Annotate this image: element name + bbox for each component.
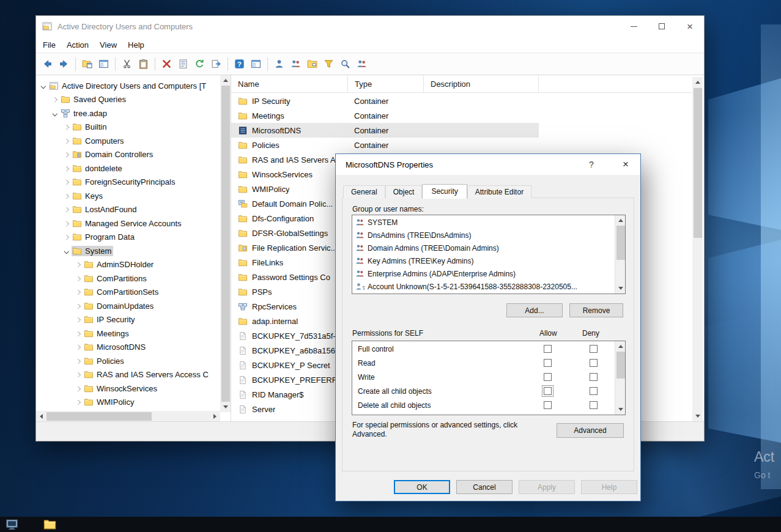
- list-vertical-scrollbar[interactable]: [692, 77, 703, 421]
- column-header-type[interactable]: Type: [348, 75, 424, 93]
- scroll-down-icon[interactable]: [692, 411, 703, 421]
- permissions-list[interactable]: Full controlReadWriteCreate all child ob…: [352, 341, 626, 415]
- expander-icon[interactable]: [73, 370, 83, 380]
- create-user-icon[interactable]: [271, 56, 287, 72]
- expander-icon[interactable]: [73, 397, 83, 407]
- tree-item-computers[interactable]: Computers: [36, 134, 220, 148]
- tree-item-foreignsecurityprincipals[interactable]: ForeignSecurityPrincipals: [36, 175, 220, 190]
- expander-icon[interactable]: [73, 260, 83, 270]
- scroll-up-icon[interactable]: [692, 77, 703, 87]
- group-item-enterprise-admins-adap-enterprise-admins[interactable]: Enterprise Admins (ADAP\Enterprise Admin…: [352, 267, 615, 280]
- dialog-help-button[interactable]: ?: [579, 154, 604, 175]
- scroll-down-icon[interactable]: [220, 402, 231, 412]
- tree-hscrollbar-thumb[interactable]: [46, 412, 152, 421]
- help-button[interactable]: Help: [581, 480, 637, 494]
- paste-icon[interactable]: [135, 56, 152, 72]
- apply-button[interactable]: Apply: [519, 480, 575, 494]
- menu-action[interactable]: Action: [61, 37, 94, 53]
- tab-general[interactable]: General: [343, 185, 385, 198]
- list-item-ip-security[interactable]: IP SecurityContainer: [231, 94, 692, 108]
- scroll-up-icon[interactable]: [220, 75, 231, 86]
- group-item-system[interactable]: SYSTEM: [352, 216, 615, 229]
- allow-checkbox-write[interactable]: [544, 373, 552, 381]
- find-icon[interactable]: [337, 56, 353, 72]
- scroll-down-icon[interactable]: [615, 404, 626, 415]
- tree-item-program-data[interactable]: Program Data: [36, 231, 220, 245]
- expander-icon[interactable]: [73, 301, 83, 311]
- list-scrollbar-thumb[interactable]: [694, 88, 702, 238]
- expander-icon[interactable]: [73, 287, 83, 297]
- expander-icon[interactable]: [73, 356, 83, 366]
- delete-icon[interactable]: [158, 56, 175, 72]
- expander-icon[interactable]: [62, 177, 72, 187]
- dialog-close-button[interactable]: ×: [611, 154, 640, 175]
- tree-item-system[interactable]: System: [36, 244, 220, 258]
- tree-item-lostandfound[interactable]: LostAndFound: [36, 203, 220, 217]
- tree-item-adminsdholder[interactable]: AdminSDHolder: [36, 258, 220, 272]
- expander-icon[interactable]: [62, 136, 72, 146]
- create-group-icon[interactable]: [287, 56, 304, 72]
- tree-item-saved-queries[interactable]: Saved Queries: [36, 93, 220, 107]
- column-header-name[interactable]: Name: [231, 75, 348, 93]
- tab-object[interactable]: Object: [385, 185, 423, 198]
- expander-icon[interactable]: [62, 232, 72, 242]
- expander-icon[interactable]: [73, 328, 83, 338]
- group-item-domain-admins-tree-domain-admins[interactable]: Domain Admins (TREE\Domain Admins): [352, 242, 615, 254]
- new-window-icon[interactable]: [248, 56, 264, 72]
- expander-icon[interactable]: [73, 315, 83, 325]
- allow-checkbox-full-control[interactable]: [544, 345, 552, 353]
- tree-item-domainupdates[interactable]: DomainUpdates: [36, 299, 220, 313]
- list-item-microsoftdns[interactable]: MicrosoftDNSContainer: [231, 123, 692, 138]
- expander-icon[interactable]: [62, 218, 72, 228]
- add-button[interactable]: Add...: [506, 303, 563, 317]
- tree-item-ras-and-ias-servers-access-c[interactable]: RAS and IAS Servers Access C: [36, 368, 220, 382]
- tree-item-builtin[interactable]: Builtin: [36, 120, 220, 135]
- advanced-button[interactable]: Advanced: [557, 423, 624, 438]
- tree-scrollbar-thumb[interactable]: [221, 86, 230, 402]
- create-ou-icon[interactable]: [304, 56, 320, 72]
- set-filter-icon[interactable]: [320, 56, 337, 72]
- group-list-scrollbar[interactable]: [615, 215, 625, 294]
- title-bar[interactable]: Active Directory Users and Computers ×: [36, 16, 704, 37]
- toggle-detail-pane-icon[interactable]: [95, 56, 112, 72]
- dialog-title-bar[interactable]: MicrosoftDNS Properties ? ×: [336, 154, 640, 175]
- expander-icon[interactable]: [62, 163, 72, 173]
- deny-checkbox-full-control[interactable]: [590, 345, 598, 353]
- group-names-list[interactable]: SYSTEMDnsAdmins (TREE\DnsAdmins)Domain A…: [352, 215, 626, 294]
- expander-icon[interactable]: [62, 122, 72, 132]
- tree-item-compartitionsets[interactable]: ComPartitionSets: [36, 286, 220, 300]
- menu-view[interactable]: View: [94, 37, 122, 53]
- expander-icon[interactable]: [62, 150, 72, 160]
- close-button[interactable]: ×: [676, 16, 704, 37]
- delegate-icon[interactable]: [353, 56, 370, 72]
- permissions-scrollbar-thumb[interactable]: [616, 352, 625, 379]
- menu-help[interactable]: Help: [122, 37, 150, 53]
- tree-item-ip-security[interactable]: IP Security: [36, 313, 220, 327]
- scroll-right-icon[interactable]: [210, 411, 220, 421]
- remove-button[interactable]: Remove: [569, 303, 623, 317]
- tree-vertical-scrollbar[interactable]: [220, 75, 231, 412]
- minimize-button[interactable]: [620, 16, 648, 37]
- ok-button[interactable]: OK: [394, 480, 450, 494]
- taskbar-explorer-icon[interactable]: [43, 518, 56, 531]
- back-icon[interactable]: [39, 56, 56, 72]
- expander-icon[interactable]: [39, 81, 48, 91]
- forward-icon[interactable]: [56, 56, 72, 72]
- group-item-key-admins-tree-key-admins[interactable]: Key Admins (TREE\Key Admins): [352, 254, 615, 267]
- tree-item-compartitions[interactable]: ComPartitions: [36, 272, 220, 286]
- expander-icon[interactable]: [62, 205, 72, 215]
- group-scrollbar-thumb[interactable]: [616, 226, 625, 260]
- deny-checkbox-write[interactable]: [590, 373, 598, 381]
- expander-icon[interactable]: [50, 95, 60, 105]
- help-icon[interactable]: ?: [231, 56, 248, 72]
- menu-file[interactable]: File: [37, 37, 61, 53]
- column-header-description[interactable]: Description: [424, 75, 539, 93]
- tree-horizontal-scrollbar[interactable]: [36, 411, 220, 421]
- scroll-up-icon[interactable]: [615, 215, 626, 226]
- deny-checkbox-create-all-child-objects[interactable]: [590, 387, 598, 395]
- cancel-button[interactable]: Cancel: [456, 480, 513, 494]
- allow-checkbox-read[interactable]: [544, 359, 552, 367]
- tree-item-keys[interactable]: Keys: [36, 189, 220, 203]
- deny-checkbox-read[interactable]: [590, 359, 598, 367]
- export-list-icon[interactable]: [208, 56, 224, 72]
